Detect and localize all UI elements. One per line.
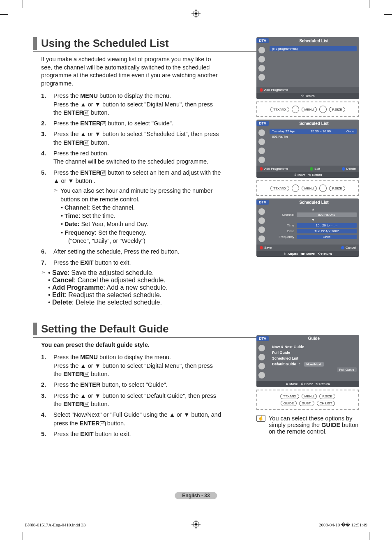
step-number: 1.: [41, 92, 53, 117]
enter-icon: ⏎: [83, 372, 89, 377]
screenshots-column: DTVScheduled List (No programmes) Add Pr…: [256, 37, 359, 259]
ttx-button[interactable]: TTX/MIX: [280, 394, 299, 399]
return-button[interactable]: Return: [305, 94, 315, 98]
enter-icon: ⏎: [100, 171, 106, 175]
guide-button[interactable]: GUIDE: [281, 401, 297, 406]
screenshot-title: Guide: [269, 336, 359, 341]
screenshot-scheduled-empty: DTVScheduled List (No programmes) Add Pr…: [256, 37, 359, 99]
step-text: Press the MENU button to display the men…: [53, 353, 222, 378]
frequency-field[interactable]: Once: [297, 235, 357, 239]
channel-field[interactable]: 802 RaiUno: [297, 212, 357, 217]
field-label: Channel: [270, 213, 294, 217]
step-text: Press the red button. The channel will b…: [53, 149, 222, 166]
return-button[interactable]: Return: [321, 252, 332, 256]
section-scheduled-list: Using the Scheduled List If you make a s…: [33, 37, 359, 306]
chlist-button[interactable]: CH LIST: [317, 401, 335, 406]
crop-marks-bottom: [0, 524, 392, 540]
remote-buttons-callout: TTX/MIX MENU P.SIZE GUIDE SUBT. CH LIST: [256, 390, 359, 410]
add-programme-button[interactable]: Add Programme: [264, 167, 288, 171]
options-note: ➣ Save: Save the adjusted schedule. Canc…: [33, 269, 222, 306]
psize-button[interactable]: P.SIZE: [329, 107, 345, 112]
step-text: Press the MENU button to display the men…: [53, 92, 222, 117]
step-text: Press the ▲ or ▼ button to select "Defau…: [53, 392, 222, 408]
menu-icon: [258, 47, 265, 53]
sub-item: Channel: Set the channel.: [53, 203, 222, 212]
enter-icon: ⏎: [83, 111, 89, 115]
page-number: English - 33: [175, 492, 217, 499]
option-full-guide[interactable]: Full Guide: [337, 367, 357, 372]
save-button[interactable]: Save: [264, 246, 272, 249]
step-text: Select "Now/Next" or "Full Guide" using …: [53, 411, 222, 427]
edit-button[interactable]: Edit: [314, 167, 320, 171]
menu-item[interactable]: Full Guide: [270, 350, 357, 355]
dtv-badge: DTV: [256, 38, 269, 43]
enter-icon: ⏎: [83, 402, 89, 407]
steps-list: 1. Press the MENU button to display the …: [33, 92, 222, 267]
page: Using the Scheduled List If you make a s…: [0, 0, 392, 540]
step-text: Press the EXIT button to exit.: [53, 258, 222, 267]
menu-icon: [258, 56, 265, 62]
section-intro: If you make a scheduled viewing list of …: [33, 55, 222, 88]
screenshot-schedule-edit: DTVScheduled List ▲ Channel802 RaiUno ▼ …: [256, 198, 359, 257]
section-default-guide: Setting the Default Guide You can preset…: [33, 323, 359, 438]
note-arrow-icon: ➣: [53, 187, 58, 203]
return-button[interactable]: Return: [312, 173, 322, 177]
time-field[interactable]: 15 : 20 to -- : --: [297, 223, 357, 228]
menu-item[interactable]: Default Guide : Now/Next: [270, 361, 357, 367]
step-text: Press the ▲ or ▼ button to select "Sched…: [53, 130, 222, 147]
svg-point-3: [195, 12, 197, 15]
step-text: Press the EXIT button to exit.: [53, 430, 222, 438]
step-text: After setting the schedule, Press the re…: [53, 247, 222, 256]
step-text: Press the ENTER⏎ button, to select "Guid…: [53, 119, 222, 127]
add-programme-button[interactable]: Add Programme: [264, 88, 288, 92]
menu-icon: [258, 65, 265, 72]
no-programmes-row: (No programmes): [270, 46, 357, 51]
schedule-channel: 801 RaiTre: [270, 135, 357, 138]
menu-icon: [258, 74, 265, 81]
psize-button[interactable]: P.SIZE: [319, 394, 335, 399]
note-arrow-icon: ➣: [41, 269, 46, 306]
remote-buttons-callout: TTX/MIX MENU P.SIZE: [256, 180, 359, 196]
screenshot-scheduled-filled: DTVScheduled List Tuesday 22 Apr15:30 ~ …: [256, 120, 359, 178]
option-now-next[interactable]: Now/Next: [304, 362, 324, 367]
registration-mark-icon: [191, 9, 201, 20]
adjust-button[interactable]: Adjust: [288, 252, 298, 256]
delete-button[interactable]: Delete: [346, 167, 356, 171]
menu-button[interactable]: MENU: [302, 107, 317, 112]
note: ➣You can also set hour and minute by pre…: [53, 187, 222, 203]
content-area: Using the Scheduled List If you make a s…: [33, 37, 359, 438]
enter-button[interactable]: Enter: [304, 382, 313, 386]
move-button[interactable]: Move: [306, 252, 314, 256]
color-button[interactable]: [292, 106, 299, 113]
subt-button[interactable]: SUBT.: [299, 401, 314, 406]
steps-list: 1. Press the MENU button to display the …: [33, 353, 222, 438]
enter-icon: ⏎: [100, 421, 106, 426]
section-intro: You can preset the default guide style.: [33, 341, 222, 349]
cancel-button[interactable]: Cancel: [346, 246, 356, 249]
schedule-row[interactable]: Tuesday 22 Apr15:30 ~ 16:00Once: [270, 129, 357, 134]
section-title: Setting the Default Guide: [33, 323, 359, 335]
step-text: Press the ENTER button, to select "Guide…: [53, 381, 222, 389]
move-button[interactable]: Move: [289, 382, 297, 386]
tip-note: ☝ You can select these options by simply…: [256, 415, 359, 435]
screenshot-title: Scheduled List: [269, 39, 359, 43]
screenshots-column: DTVGuide Now & Next Guide Full Guide Sch…: [256, 335, 359, 435]
date-field[interactable]: Tue 22 Apr 2007: [297, 229, 357, 233]
enter-icon: ⏎: [100, 121, 106, 126]
menu-button[interactable]: MENU: [302, 394, 317, 399]
screenshot-guide-menu: DTVGuide Now & Next Guide Full Guide Sch…: [256, 335, 359, 387]
step-text: Press the ENTER⏎ button to select an ite…: [53, 168, 222, 245]
menu-item[interactable]: Scheduled List: [270, 355, 357, 361]
menu-item[interactable]: Now & Next Guide: [270, 344, 357, 350]
remote-buttons-callout: TTX/MIX MENU P.SIZE: [256, 102, 359, 117]
ttx-button[interactable]: TTX/MIX: [270, 107, 289, 112]
return-button[interactable]: Return: [319, 382, 330, 386]
tip-icon: ☝: [256, 415, 265, 422]
enter-icon: ⏎: [83, 141, 89, 145]
color-button[interactable]: [319, 106, 327, 113]
move-button[interactable]: Move: [297, 173, 306, 177]
